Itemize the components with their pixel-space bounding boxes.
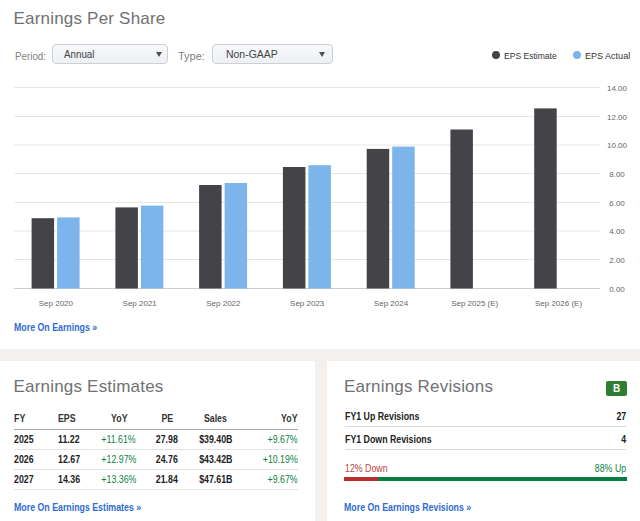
svg-text:8.00: 8.00 <box>609 170 625 179</box>
svg-text:4.00: 4.00 <box>609 227 625 236</box>
svg-text:Sep 2022: Sep 2022 <box>206 299 241 308</box>
svg-text:2.00: 2.00 <box>609 256 625 265</box>
svg-text:Sep 2020: Sep 2020 <box>39 299 74 308</box>
svg-text:Sep 2021: Sep 2021 <box>123 299 158 308</box>
svg-text:Sep 2023: Sep 2023 <box>290 299 325 308</box>
svg-text:12.00: 12.00 <box>607 113 628 122</box>
svg-text:14.00: 14.00 <box>607 84 628 93</box>
svg-text:Sep 2024: Sep 2024 <box>374 299 409 308</box>
svg-text:6.00: 6.00 <box>609 199 625 208</box>
svg-text:Sep 2025 (E): Sep 2025 (E) <box>451 299 498 308</box>
svg-text:Sep 2026 (E): Sep 2026 (E) <box>535 299 582 308</box>
svg-text:0.00: 0.00 <box>609 285 625 294</box>
svg-text:10.00: 10.00 <box>607 141 628 150</box>
